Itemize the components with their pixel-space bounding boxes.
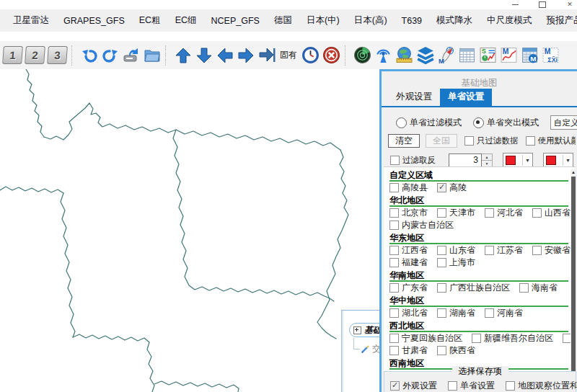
checkbox[interactable] (389, 308, 399, 318)
arrow-up-icon[interactable] (172, 45, 193, 66)
checkbox[interactable] (437, 346, 446, 355)
minimize-icon[interactable] (511, 1, 519, 9)
province-checkbox-item[interactable]: 宁夏回族自治区 (389, 332, 462, 344)
checkbox[interactable] (437, 283, 446, 293)
province-checkbox-item[interactable]: 新疆维吾尔自治区 (472, 332, 553, 344)
checkbox[interactable] (519, 283, 529, 293)
province-checkbox-item[interactable]: 河北省 (485, 207, 523, 219)
stats-sigma-icon[interactable]: MΣX̄i (540, 45, 561, 66)
stop-icon[interactable] (321, 45, 342, 66)
spinner-up-icon[interactable]: ▲ (482, 153, 493, 161)
province-checkbox-item[interactable]: 内蒙古自治区 (389, 219, 454, 231)
checkbox[interactable] (389, 258, 399, 267)
province-checkbox-item[interactable]: 安徽省 (532, 244, 571, 257)
menu-item[interactable]: 预报产品 (539, 14, 577, 27)
province-checkbox-item[interactable]: 天津市 (437, 207, 475, 219)
save-option-item[interactable]: 地图观察位置和缩放 (506, 380, 577, 392)
use-default-color-checkbox[interactable] (526, 136, 535, 146)
province-checkbox-item[interactable]: 上海市 (437, 257, 475, 269)
scroll-up-icon[interactable]: ▲ (571, 169, 576, 176)
map-3-icon[interactable]: 3 (47, 46, 68, 64)
station-chart-icon[interactable]: S (477, 45, 498, 66)
menu-item[interactable]: 模式降水 (429, 14, 480, 27)
radio-highlight-mode[interactable] (473, 117, 484, 128)
checkbox[interactable] (485, 308, 494, 318)
menu-item[interactable]: 日本(高) (347, 14, 395, 27)
checkbox[interactable] (389, 246, 399, 255)
checkbox[interactable] (389, 220, 399, 230)
fill-color-dropdown[interactable]: ▼ (543, 153, 573, 168)
layers-icon[interactable] (415, 45, 436, 66)
menu-item[interactable]: EC细 (168, 14, 204, 27)
checkbox[interactable] (437, 258, 446, 267)
map-2-icon[interactable]: 2 (25, 46, 45, 64)
menu-item[interactable]: EC粗 (132, 14, 168, 27)
menu-item[interactable]: GRAPES_GFS (56, 16, 132, 26)
province-checkbox-item[interactable]: 海南省 (519, 282, 558, 294)
arrow-to-end-icon[interactable] (256, 45, 277, 66)
expand-plus-icon[interactable] (353, 326, 361, 334)
tab-appearance[interactable]: 外观设置 (388, 89, 440, 106)
province-checkbox-item[interactable]: 高陵县 (389, 182, 428, 194)
calendar-grid-icon[interactable] (457, 45, 477, 66)
clear-button[interactable]: 清空 (388, 134, 420, 148)
map-1-icon[interactable]: 1 (2, 46, 23, 64)
spinner-value[interactable]: 3 (449, 153, 482, 167)
checkbox[interactable] (437, 183, 446, 192)
filter-data-only-checkbox[interactable] (464, 136, 474, 146)
count-spinner[interactable]: 3 ▲ ▼ (449, 153, 493, 167)
menu-item[interactable]: 卫星雷达 (6, 14, 56, 27)
checkbox[interactable] (506, 381, 515, 391)
menu-item[interactable]: T639 (395, 16, 430, 26)
redo-icon[interactable] (100, 45, 120, 66)
checkbox[interactable] (532, 246, 542, 255)
tab-single-province[interactable]: 单省设置 (440, 89, 492, 106)
close-icon[interactable]: ✕ (565, 1, 574, 9)
province-checkbox-item[interactable]: 江苏省 (485, 244, 523, 257)
menu-item[interactable]: NCEP_GFS (204, 16, 267, 26)
menu-item[interactable]: 日本(中) (299, 14, 347, 27)
province-checkbox-item[interactable]: 高陵 (437, 182, 467, 194)
meteogram-curve-icon[interactable]: M (498, 45, 519, 66)
menu-item[interactable]: 德国 (267, 14, 299, 27)
save-icon[interactable] (120, 45, 141, 66)
nation-button[interactable]: 全国 (426, 134, 457, 148)
province-checkbox-item[interactable]: 陕西省 (437, 344, 475, 357)
checkbox[interactable] (389, 183, 399, 192)
checkbox[interactable] (437, 208, 446, 218)
custom-region-button[interactable]: 自定义区域.. (550, 115, 577, 130)
menu-item[interactable]: 中尺度模式 (480, 14, 539, 27)
province-checkbox-item[interactable]: 北京市 (389, 207, 428, 219)
checkbox[interactable] (448, 381, 457, 391)
scrollbar-thumb[interactable] (571, 177, 576, 371)
province-checkbox-item[interactable]: 广西壮族自治区 (437, 282, 510, 294)
antenna-icon[interactable] (373, 45, 394, 66)
province-checkbox-item[interactable]: 广东省 (389, 282, 428, 294)
checkbox[interactable] (437, 246, 446, 255)
checkbox[interactable] (485, 208, 494, 218)
province-checkbox-item[interactable]: 江西省 (389, 244, 428, 257)
checkbox[interactable] (389, 346, 399, 355)
province-checkbox-item[interactable]: 湖南省 (437, 307, 475, 319)
checkbox[interactable] (390, 381, 400, 391)
arrow-left-icon[interactable] (214, 45, 235, 66)
compass-m-icon[interactable]: M (436, 45, 457, 66)
province-checkbox-item[interactable]: 湖北省 (389, 307, 428, 319)
arrow-right-icon[interactable] (235, 45, 256, 66)
province-checkbox-item[interactable]: 河南省 (485, 307, 523, 319)
tree-node-interactive[interactable]: 交互 (361, 343, 380, 355)
arrow-down-icon[interactable] (193, 45, 214, 66)
globe-ruler-icon[interactable] (394, 45, 415, 66)
province-checkbox-item[interactable]: 甘肃省 (389, 344, 428, 357)
calculator-m-icon[interactable]: M (519, 45, 540, 66)
checkbox[interactable] (389, 208, 399, 218)
province-checkbox-item[interactable]: 福建省 (389, 257, 428, 269)
undo-icon[interactable] (79, 45, 100, 66)
maximize-icon[interactable] (538, 1, 547, 9)
checkbox[interactable] (389, 334, 399, 343)
checkbox[interactable] (472, 334, 481, 343)
save-option-item[interactable]: 单省设置 (448, 380, 495, 392)
checkbox[interactable] (532, 208, 542, 218)
save-option-item[interactable]: 外观设置 (390, 380, 437, 392)
border-color-dropdown[interactable]: ▼ (503, 153, 533, 168)
